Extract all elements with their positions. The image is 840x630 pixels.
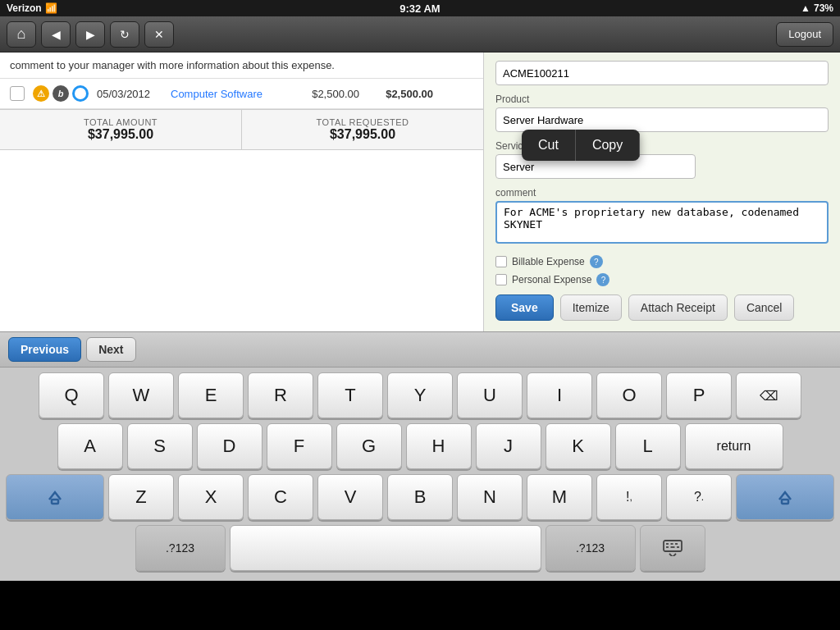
keyboard-hide-key[interactable] <box>640 525 705 571</box>
comment-bar: comment to your manager with more inform… <box>0 52 483 79</box>
total-amount-block: TOTAL AMOUNT $37,995.00 <box>0 110 242 149</box>
expense-row: ⚠ b 05/03/2012 Computer Software $2,500.… <box>0 79 483 109</box>
key-z[interactable]: Z <box>108 474 174 520</box>
cancel-button[interactable]: Cancel <box>734 294 795 321</box>
key-p[interactable]: P <box>666 372 732 418</box>
key-f[interactable]: F <box>267 423 332 469</box>
battery-label: 73% <box>814 2 833 14</box>
key-x[interactable]: X <box>178 474 244 520</box>
totals-area: TOTAL AMOUNT $37,995.00 TOTAL REQUESTED … <box>0 109 484 150</box>
personal-help-icon[interactable]: ? <box>596 273 609 286</box>
key-m[interactable]: M <box>527 474 592 520</box>
product-input[interactable] <box>495 107 829 132</box>
keyboard-row-4: .?123 .?123 <box>3 525 837 571</box>
key-c[interactable]: C <box>248 474 313 520</box>
product-label: Product <box>495 94 829 105</box>
status-bar: Verizon 📶 9:32 AM ▲ 73% <box>0 0 840 16</box>
numeric-right-key[interactable]: .?123 <box>546 525 636 571</box>
row-total: $2,500.00 <box>368 88 433 100</box>
carrier-label: Verizon <box>7 2 42 14</box>
warning-icon: ⚠ <box>33 85 49 102</box>
key-o[interactable]: O <box>596 372 662 418</box>
key-e[interactable]: E <box>178 372 244 418</box>
left-panel: comment to your manager with more inform… <box>0 52 484 331</box>
attach-receipt-button[interactable]: Attach Receipt <box>628 294 728 321</box>
keyboard-row-3: Z X C V B N M !, ?. <box>3 474 837 520</box>
ring-icon <box>72 85 89 102</box>
logout-button[interactable]: Logout <box>776 22 833 47</box>
time-label: 9:32 AM <box>399 2 440 15</box>
personal-checkbox[interactable] <box>495 274 507 285</box>
key-u[interactable]: U <box>457 372 523 418</box>
key-v[interactable]: V <box>317 474 383 520</box>
key-j[interactable]: J <box>476 423 541 469</box>
forward-button[interactable]: ▶ <box>75 21 105 48</box>
keyboard-row-1: Q W E R T Y U I O P ⌫ <box>3 372 837 418</box>
billable-help-icon[interactable]: ? <box>590 255 603 268</box>
svg-rect-0 <box>52 500 58 504</box>
key-a[interactable]: A <box>57 423 123 469</box>
keyboard-toolbar: Previous Next <box>0 331 840 368</box>
row-category[interactable]: Computer Software <box>171 88 285 100</box>
billable-expense-row: Billable Expense ? <box>495 255 829 268</box>
personal-label: Personal Expense <box>512 274 591 285</box>
key-q[interactable]: Q <box>39 372 104 418</box>
next-button[interactable]: Next <box>86 337 135 362</box>
return-key[interactable]: return <box>685 423 783 469</box>
keyboard: Q W E R T Y U I O P ⌫ A S D F G H J K L … <box>0 368 840 581</box>
reference-id-input[interactable] <box>495 61 829 85</box>
key-k[interactable]: K <box>546 423 611 469</box>
numeric-left-key[interactable]: .?123 <box>135 525 226 571</box>
key-d[interactable]: D <box>197 423 262 469</box>
space-key[interactable] <box>230 525 541 571</box>
key-b[interactable]: B <box>387 474 453 520</box>
refresh-button[interactable]: ↻ <box>110 21 139 48</box>
total-requested-value: $37,995.00 <box>330 127 395 142</box>
key-r[interactable]: R <box>248 372 313 418</box>
action-buttons: Save Itemize Attach Receipt Cancel <box>495 294 829 321</box>
comment-group: comment For ACME's proprietary new datab… <box>495 187 829 247</box>
wifi-icon: 📶 <box>45 2 57 14</box>
main-area: comment to your manager with more inform… <box>0 52 840 331</box>
total-requested-block: TOTAL REQUESTED $37,995.00 <box>242 110 484 149</box>
comment-textarea[interactable]: For ACME's proprietary new database, cod… <box>495 201 829 244</box>
copy-button[interactable]: Copy <box>576 130 640 161</box>
save-button[interactable]: Save <box>495 294 554 321</box>
key-i[interactable]: I <box>527 372 592 418</box>
row-amount: $2,500.00 <box>294 88 359 100</box>
reference-id-group <box>495 61 829 85</box>
itemize-button[interactable]: Itemize <box>560 294 622 321</box>
row-checkbox[interactable] <box>10 86 25 101</box>
keyboard-row-2: A S D F G H J K L return <box>3 423 837 469</box>
billable-label: Billable Expense <box>512 256 585 267</box>
key-y[interactable]: Y <box>387 372 453 418</box>
key-s[interactable]: S <box>127 423 193 469</box>
key-question-period[interactable]: ?. <box>666 474 732 520</box>
key-w[interactable]: W <box>108 372 174 418</box>
key-exclaim-comma[interactable]: !, <box>596 474 662 520</box>
svg-rect-2 <box>664 541 682 551</box>
comment-text: comment to your manager with more inform… <box>10 59 335 71</box>
home-button[interactable]: ⌂ <box>7 21 36 48</box>
key-n[interactable]: N <box>457 474 523 520</box>
b-icon: b <box>52 85 69 102</box>
total-requested-label: TOTAL REQUESTED <box>316 117 409 127</box>
row-icons: ⚠ b <box>33 85 89 102</box>
shift-left-key[interactable] <box>6 474 104 520</box>
previous-button[interactable]: Previous <box>8 337 81 362</box>
key-t[interactable]: T <box>317 372 383 418</box>
key-g[interactable]: G <box>336 423 402 469</box>
key-h[interactable]: H <box>406 423 472 469</box>
cut-button[interactable]: Cut <box>522 130 576 161</box>
total-amount-label: TOTAL AMOUNT <box>84 117 158 127</box>
product-group: Product <box>495 94 829 132</box>
key-l[interactable]: L <box>615 423 681 469</box>
row-date: 05/03/2012 <box>97 88 162 100</box>
shift-right-key[interactable] <box>736 474 834 520</box>
back-button[interactable]: ◀ <box>41 21 71 48</box>
total-amount-value: $37,995.00 <box>88 127 153 142</box>
personal-expense-row: Personal Expense ? <box>495 273 829 286</box>
billable-checkbox[interactable] <box>495 256 507 267</box>
close-button[interactable]: ✕ <box>144 21 174 48</box>
delete-key[interactable]: ⌫ <box>736 372 801 418</box>
